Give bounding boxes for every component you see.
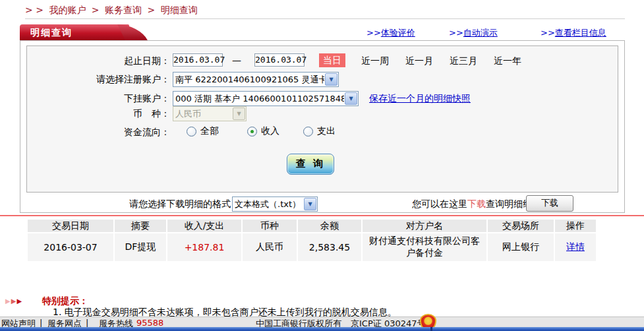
date-to-input[interactable]: 2016.03.07 (254, 53, 305, 67)
breadcrumb-item-my-account[interactable]: 我的账户 (49, 5, 86, 15)
link-label: 查看栏目信息 (555, 28, 606, 38)
flow-expense-radio[interactable]: 支出 (303, 125, 336, 137)
red-divider (0, 215, 644, 216)
flow-all-label: 全部 (200, 125, 219, 137)
download-format-value: 文本格式（.txt） (233, 198, 303, 210)
range-week-link[interactable]: 近一周 (361, 55, 389, 67)
header-action: 操作 (555, 220, 596, 232)
date-from-input[interactable]: 2016.03.07 (173, 53, 223, 67)
header-summary: 摘要 (115, 220, 166, 232)
taskbar-notch (430, 327, 432, 331)
cell-currency: 人民币 (243, 233, 297, 261)
link-prefix: >> (449, 28, 463, 38)
auto-demo-link[interactable]: >>自动演示 (449, 27, 498, 39)
currency-value: 人民币 (173, 108, 232, 120)
sub-account-label: 下挂账户： (26, 93, 170, 105)
header-income-expense: 收入/支出 (167, 220, 241, 232)
view-column-info-link[interactable]: >>查看栏目信息 (541, 27, 606, 39)
breadcrumb-separator: > (92, 5, 100, 15)
notice-arrows-icon: ▶▶▶ (5, 297, 22, 305)
cell-counterparty: 财付通支付科技有限公司客户备付金 (363, 233, 486, 261)
tab-detail-query: 明细查询 (20, 24, 129, 40)
radio-selected-icon (247, 127, 257, 136)
chevron-down-icon: ▼ (304, 198, 316, 210)
chevron-down-icon: ▼ (345, 92, 357, 105)
download-hint: 您可以在这里下载查询明细结果 (412, 198, 541, 210)
transactions-table: 交易日期 摘要 收入/支出 币种 余额 对方户名 交易场所 操作 2016-03… (26, 218, 597, 262)
link-label: 自动演示 (463, 28, 498, 38)
range-today-button[interactable]: 当日 (319, 53, 345, 67)
header-balance: 余额 (298, 220, 361, 232)
breadcrumb-item-detail-query: 明细查询 (161, 5, 198, 15)
breadcrumb-separator: > (147, 5, 155, 15)
chevron-down-icon: ▼ (233, 107, 245, 120)
footer-separator: | (86, 318, 88, 328)
sub-account-select[interactable]: 000 活期 基本户 1406600101102571848 ▼ (173, 91, 359, 106)
cell-summary: DF提现 (115, 233, 166, 261)
taskbar-edge (0, 327, 644, 331)
header-channel: 交易场所 (488, 220, 554, 232)
notice-title: 特别提示： (42, 295, 88, 307)
date-dash: — (232, 55, 241, 65)
range-month-link[interactable]: 近一月 (405, 55, 433, 67)
detail-link[interactable]: 详情 (566, 241, 585, 252)
query-button[interactable]: 查 询 (287, 154, 334, 175)
currency-label: 币 种： (26, 108, 170, 120)
range-year-link[interactable]: 近一年 (494, 55, 521, 67)
page-title: 明细查询 (30, 27, 73, 38)
radio-icon (187, 127, 196, 136)
footer-separator: | (40, 318, 42, 328)
detail-query-page: > > 我的账户 > 账务查询 > 明细查询 明细查询 >>体验评价 >>自动演… (0, 0, 644, 331)
download-format-select[interactable]: 文本格式（.txt） ▼ (232, 196, 318, 212)
cell-trade-date: 2016-03-07 (28, 233, 113, 261)
download-format-label: 请您选择下载明细的格式 (129, 198, 231, 210)
cell-channel: 网上银行 (488, 233, 554, 261)
registered-account-value: 南平 6222001406100921065 灵通卡 (173, 74, 324, 86)
breadcrumb-arrows: > > (25, 5, 44, 15)
cell-balance: 2,583.45 (298, 233, 361, 261)
header-currency: 币种 (243, 220, 297, 232)
fund-flow-label: 资金流向： (26, 127, 170, 138)
date-range-label: 起止日期： (26, 55, 170, 67)
hint-download-word: 下载 (467, 198, 486, 209)
flow-income-label: 收入 (261, 125, 279, 137)
breadcrumb: > > 我的账户 > 账务查询 > 明细查询 (25, 5, 200, 16)
table-header-row: 交易日期 摘要 收入/支出 币种 余额 对方户名 交易场所 操作 (28, 220, 596, 232)
sub-account-value: 000 活期 基本户 1406600101102571848 (173, 93, 344, 105)
chevron-down-icon: ▼ (325, 73, 337, 86)
link-prefix: >> (366, 28, 381, 38)
table-row: 2016-03-07 DF提现 +187.81 人民币 2,583.45 财付通… (28, 233, 596, 261)
radio-icon (303, 127, 313, 136)
registered-account-label: 请选择注册账户： (26, 74, 170, 86)
link-label: 体验评价 (381, 28, 415, 38)
flow-income-radio[interactable]: 收入 (247, 125, 279, 137)
footer-hotline-number: 95588 (136, 318, 163, 328)
link-prefix: >> (541, 28, 555, 38)
cell-amount: +187.81 (167, 233, 241, 261)
breadcrumb-divider (25, 18, 625, 19)
header-counterparty: 对方户名 (363, 220, 486, 232)
save-snapshot-link[interactable]: 保存近一个月的明细快照 (369, 93, 471, 105)
currency-select: 人民币 ▼ (173, 106, 247, 121)
header-trade-date: 交易日期 (28, 220, 113, 232)
cell-action: 详情 (555, 233, 596, 261)
range-quarter-link[interactable]: 近三月 (450, 55, 477, 67)
breadcrumb-item-account-query[interactable]: 账务查询 (105, 5, 142, 15)
experience-rating-link[interactable]: >>体验评价 (366, 27, 415, 39)
flow-expense-label: 支出 (317, 125, 336, 137)
download-button[interactable]: 下载 (526, 195, 573, 212)
registered-account-select[interactable]: 南平 6222001406100921065 灵通卡 ▼ (173, 72, 339, 87)
hint-prefix: 您可以在这里 (412, 198, 467, 209)
flow-all-radio[interactable]: 全部 (187, 125, 219, 137)
